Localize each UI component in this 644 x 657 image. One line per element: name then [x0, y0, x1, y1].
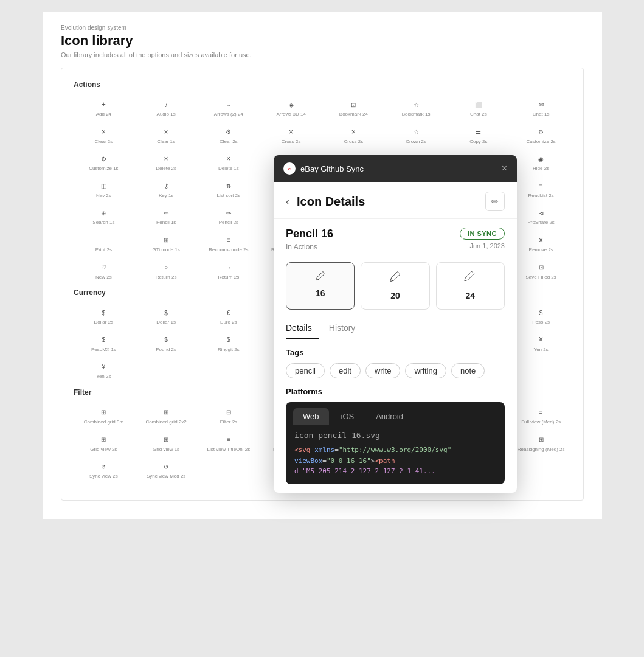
list-item[interactable]: List sort 2s: [199, 178, 259, 203]
detail-tabs: Details History: [274, 318, 517, 339]
list-item[interactable]: Copy 2s: [449, 123, 509, 148]
tab-details[interactable]: Details: [286, 318, 319, 339]
tag-write[interactable]: write: [365, 363, 400, 378]
tag-pencil[interactable]: pencil: [286, 363, 325, 378]
list-item[interactable]: Arrows (2) 24: [199, 96, 259, 121]
list-item[interactable]: Dollar 1s: [136, 304, 196, 329]
platform-tab-web[interactable]: Web: [293, 408, 329, 425]
list-item[interactable]: Pencil 2s: [199, 204, 259, 229]
size-variants: 16 20 24: [274, 260, 517, 318]
list-item[interactable]: Chat 2s: [449, 96, 509, 121]
bookmark-icon: [348, 100, 358, 109]
tags-section: Tags pencil edit write writing note: [274, 339, 517, 384]
nav-icon: [99, 181, 108, 191]
list-item[interactable]: Customize 1s: [74, 150, 134, 175]
list-item[interactable]: Dollar 2s: [74, 304, 134, 329]
icon-info-right: IN SYNC Jun 1, 2023: [460, 228, 505, 249]
list-item[interactable]: Sync view 2s: [74, 458, 134, 483]
pound-icon: [161, 335, 171, 345]
crown-icon: [411, 127, 421, 137]
list-item[interactable]: Euro 2s: [199, 304, 259, 329]
list-item[interactable]: Customize 2s: [511, 123, 571, 148]
back-button[interactable]: ‹: [286, 195, 289, 208]
tag-note[interactable]: note: [451, 363, 485, 378]
code-snippet: <svg xmlns="http://www.w3.org/2000/svg" …: [294, 445, 496, 477]
platform-tab-ios[interactable]: iOS: [331, 408, 364, 425]
list-item[interactable]: Delete 2s: [136, 150, 196, 175]
list-item[interactable]: Return 2s: [199, 259, 259, 284]
list-item[interactable]: Peso 2s: [511, 304, 571, 329]
list-item[interactable]: Search 1s: [74, 204, 134, 229]
list-item[interactable]: Clear 1s: [136, 123, 196, 148]
list-item[interactable]: Cross 2s: [261, 123, 321, 148]
list-item[interactable]: Arrows 3D 14: [261, 96, 321, 121]
list-item[interactable]: Remove 2s: [511, 232, 571, 257]
list-item[interactable]: Grid view 2s: [74, 431, 134, 456]
list-item[interactable]: Grid view 1s: [136, 431, 196, 456]
copy-icon: [474, 127, 483, 137]
list-item[interactable]: Bookmark 1s: [386, 96, 446, 121]
list-item[interactable]: Delete 1s: [199, 150, 259, 175]
size-card-20[interactable]: 20: [361, 262, 429, 310]
list-item[interactable]: Add 24: [74, 96, 134, 121]
list-item[interactable]: Hide 2s: [511, 150, 571, 175]
clear3-icon: [224, 127, 234, 137]
dollar-icon: [99, 308, 108, 318]
list-item[interactable]: Pencil 1s: [136, 204, 196, 229]
list-item[interactable]: Sync view Med 2s: [136, 458, 196, 483]
platform-tab-android[interactable]: Android: [366, 408, 413, 425]
list-item[interactable]: Yen 2s: [74, 358, 134, 383]
list-item[interactable]: GTi mode 1s: [136, 232, 196, 257]
gridview2-icon: [161, 435, 171, 445]
sync-status-badge: IN SYNC: [460, 228, 505, 240]
list-item[interactable]: Combined grid 2x2: [136, 404, 196, 429]
list-item[interactable]: New 2s: [74, 259, 134, 284]
list-item[interactable]: Combined grid 3m: [74, 404, 134, 429]
list-item[interactable]: Save Filled 2s: [511, 259, 571, 284]
key-icon: [161, 181, 171, 191]
list-item[interactable]: Nav 2s: [74, 178, 134, 203]
icon-details-modal: e eBay Github Sync × ‹ Icon Details ✏: [274, 155, 517, 493]
list-item[interactable]: Clear 2s: [74, 123, 134, 148]
list-item[interactable]: Pound 2s: [136, 332, 196, 356]
list-item[interactable]: Print 2s: [74, 232, 134, 257]
syncview-icon: [99, 462, 108, 471]
icon-category: In Actions: [286, 243, 333, 251]
platform-tabs: Web iOS Android: [286, 402, 505, 425]
combinedgrid2-icon: [161, 408, 171, 417]
tab-history[interactable]: History: [329, 318, 363, 339]
list-item[interactable]: Return 2s: [136, 259, 196, 284]
list-item[interactable]: Chat 1s: [511, 96, 571, 121]
list-item[interactable]: ReadList 2s: [511, 178, 571, 203]
list-item[interactable]: Full view (Med) 2s: [511, 404, 571, 429]
detail-nav-title: Icon Details: [297, 195, 365, 209]
list-item[interactable]: Filter 2s: [199, 404, 259, 429]
size-card-24[interactable]: 24: [436, 262, 505, 310]
list-item[interactable]: PesoMX 1s: [74, 332, 134, 356]
tag-edit[interactable]: edit: [330, 363, 361, 378]
list-item[interactable]: Recomm-mode 2s: [199, 232, 259, 257]
list-item[interactable]: ProShare 2s: [511, 204, 571, 229]
sync-date: Jun 1, 2023: [470, 242, 505, 249]
list-item[interactable]: Reassigning (Med) 2s: [511, 431, 571, 456]
modal-title: eBay Github Sync: [300, 164, 364, 173]
list-item[interactable]: Bookmark 24: [324, 96, 384, 121]
savefilled-icon: [536, 263, 546, 273]
listviewtitle-icon: [224, 435, 234, 445]
list-item[interactable]: Ringgit 2s: [199, 332, 259, 356]
edit-button[interactable]: ✏: [485, 192, 505, 211]
list-item[interactable]: List view TitleOnl 2s: [199, 431, 259, 456]
tag-writing[interactable]: writing: [405, 363, 446, 378]
list-item[interactable]: Clear 2s: [199, 123, 259, 148]
pencil-size16-icon: [316, 271, 325, 283]
syncviewmed-icon: [161, 462, 171, 471]
list-item[interactable]: Audio 1s: [136, 96, 196, 121]
list-item[interactable]: Key 1s: [136, 178, 196, 203]
tags-list: pencil edit write writing note: [286, 363, 505, 378]
list-item[interactable]: Yen 2s: [511, 332, 571, 356]
list-item[interactable]: Cross 2s: [324, 123, 384, 148]
list-item[interactable]: Crown 2s: [386, 123, 446, 148]
size-card-16[interactable]: 16: [286, 262, 355, 310]
modal-close-button[interactable]: ×: [502, 164, 507, 173]
customize2-icon: [99, 154, 108, 164]
